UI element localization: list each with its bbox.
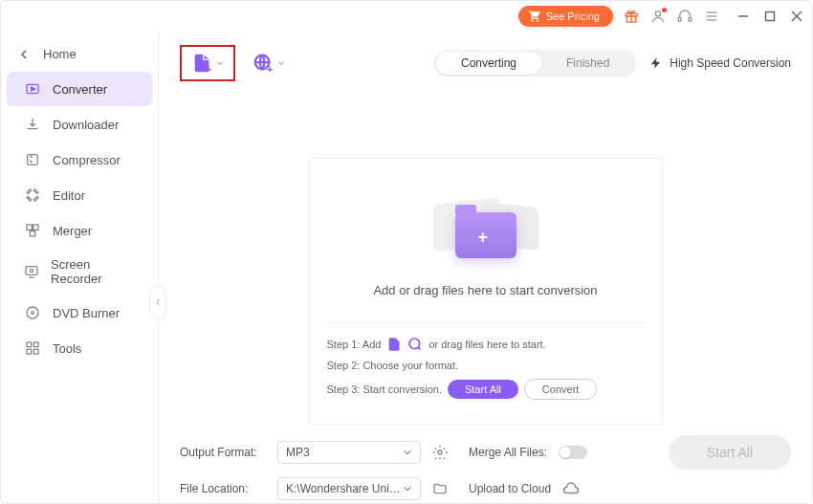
chevron-down-icon xyxy=(277,59,285,67)
user-icon[interactable] xyxy=(649,8,667,25)
gift-icon[interactable] xyxy=(623,8,640,25)
add-url-button[interactable]: + xyxy=(247,47,291,79)
chevron-down-icon xyxy=(403,484,412,493)
sidebar-item-converter[interactable]: Converter xyxy=(7,72,152,106)
svg-rect-4 xyxy=(689,17,692,21)
drop-text: Add or drag files here to start conversi… xyxy=(327,283,645,297)
collapse-sidebar-button[interactable] xyxy=(149,285,166,319)
compressor-icon xyxy=(24,151,41,168)
svg-point-2 xyxy=(655,11,660,16)
sidebar-item-dvd-burner[interactable]: DVD Burner xyxy=(7,296,152,330)
see-pricing-button[interactable]: See Pricing xyxy=(518,6,613,27)
step3-text: Step 3: Start conversion. xyxy=(327,383,442,395)
svg-point-32 xyxy=(438,450,442,454)
step1-pre: Step 1: Add xyxy=(327,339,382,350)
svg-rect-18 xyxy=(26,267,37,275)
converter-icon xyxy=(24,80,41,98)
headset-icon[interactable] xyxy=(676,8,693,25)
sidebar-item-compressor[interactable]: Compressor xyxy=(7,142,152,177)
sidebar-item-label: DVD Burner xyxy=(53,306,120,320)
svg-rect-23 xyxy=(33,342,38,347)
tab-finished[interactable]: Finished xyxy=(541,52,634,75)
output-format-value: MP3 xyxy=(286,446,310,459)
hsc-label: High Speed Conversion xyxy=(670,56,791,70)
tools-icon xyxy=(24,340,41,357)
sidebar-item-tools[interactable]: Tools xyxy=(7,331,152,365)
step2-text: Step 2: Choose your format. xyxy=(327,360,459,371)
downloader-icon xyxy=(24,116,41,133)
file-location-value: K:\Wondershare UniConverter 1 xyxy=(286,482,401,495)
sidebar-item-screen-recorder[interactable]: Screen Recorder xyxy=(7,249,152,295)
folder-illustration: + xyxy=(428,184,543,270)
svg-rect-22 xyxy=(27,342,32,347)
svg-rect-25 xyxy=(33,349,38,354)
minimize-button[interactable] xyxy=(736,9,751,24)
svg-text:+: + xyxy=(417,344,421,352)
svg-text:+: + xyxy=(267,63,273,74)
file-location-select[interactable]: K:\Wondershare UniConverter 1 xyxy=(277,477,421,500)
chevron-down-icon xyxy=(403,448,412,457)
svg-rect-3 xyxy=(678,17,681,21)
dvd-icon xyxy=(24,304,41,321)
chevron-left-icon xyxy=(18,49,30,60)
cart-icon xyxy=(528,10,541,23)
editor-icon xyxy=(24,186,41,204)
chevron-down-icon xyxy=(216,59,224,67)
tab-group: Converting Finished xyxy=(434,50,636,77)
svg-rect-17 xyxy=(30,231,34,236)
add-url-icon: + xyxy=(253,53,274,74)
sidebar-item-downloader[interactable]: Downloader xyxy=(7,107,152,142)
add-url-icon[interactable]: + xyxy=(407,337,423,352)
step1-post: or drag files here to start. xyxy=(428,339,545,350)
sidebar-item-merger[interactable]: Merger xyxy=(7,213,152,248)
file-location-label: File Location: xyxy=(180,482,266,495)
sidebar-item-label: Compressor xyxy=(53,153,121,167)
settings-icon[interactable] xyxy=(432,445,448,460)
home-label: Home xyxy=(43,47,77,61)
svg-point-21 xyxy=(32,312,34,315)
home-button[interactable]: Home xyxy=(1,37,158,71)
add-file-button[interactable]: + xyxy=(180,45,235,81)
svg-marker-13 xyxy=(32,87,35,91)
start-all-mini-button[interactable]: Start All xyxy=(448,380,518,399)
add-file-icon[interactable]: + xyxy=(386,337,402,352)
add-file-icon: + xyxy=(191,53,212,74)
lightning-icon xyxy=(649,56,663,70)
svg-rect-24 xyxy=(27,349,32,354)
svg-rect-14 xyxy=(28,155,38,165)
sidebar-item-editor[interactable]: Editor xyxy=(7,178,152,212)
merge-toggle[interactable] xyxy=(559,446,587,459)
screen-recorder-icon xyxy=(24,263,39,280)
high-speed-conversion-toggle[interactable]: High Speed Conversion xyxy=(649,56,791,70)
svg-rect-9 xyxy=(766,12,775,21)
start-all-button[interactable]: Start All xyxy=(669,435,791,470)
sidebar-item-label: Tools xyxy=(53,341,81,356)
open-folder-icon[interactable] xyxy=(432,481,448,496)
merge-label: Merge All Files: xyxy=(469,446,547,459)
maximize-button[interactable] xyxy=(762,9,778,24)
output-format-label: Output Format: xyxy=(180,446,266,459)
svg-rect-16 xyxy=(33,225,38,230)
sidebar: Home Converter Downloader Compressor Edi… xyxy=(1,32,159,503)
sidebar-item-label: Merger xyxy=(53,224,92,238)
merger-icon xyxy=(24,222,41,239)
close-button[interactable] xyxy=(789,9,804,24)
sidebar-item-label: Screen Recorder xyxy=(51,257,135,286)
svg-rect-15 xyxy=(27,225,32,230)
chevron-left-icon xyxy=(154,298,162,306)
sidebar-item-label: Editor xyxy=(53,188,85,203)
menu-icon[interactable] xyxy=(703,8,720,25)
sidebar-item-label: Converter xyxy=(53,82,107,97)
convert-mini-button[interactable]: Convert xyxy=(524,379,598,400)
output-format-select[interactable]: MP3 xyxy=(277,441,421,464)
sidebar-item-label: Downloader xyxy=(53,118,119,132)
drop-zone[interactable]: + Add or drag files here to start conver… xyxy=(309,158,663,426)
tab-converting[interactable]: Converting xyxy=(436,52,541,75)
svg-point-20 xyxy=(27,307,38,318)
svg-text:+: + xyxy=(396,344,400,352)
pricing-label: See Pricing xyxy=(546,11,600,22)
upload-cloud-label: Upload to Cloud xyxy=(469,482,551,495)
svg-point-19 xyxy=(30,269,33,272)
cloud-icon[interactable] xyxy=(562,480,580,497)
svg-text:+: + xyxy=(206,63,211,74)
